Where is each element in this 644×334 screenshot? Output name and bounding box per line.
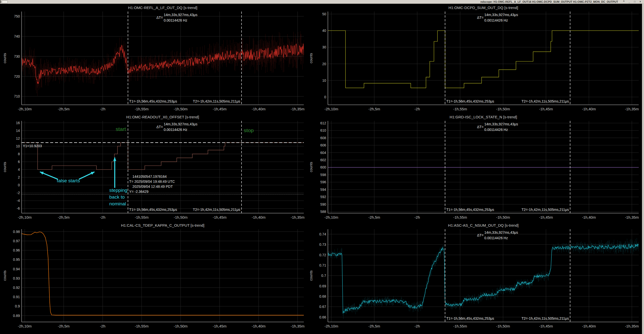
y-tick-label: 14	[16, 129, 20, 133]
t1-cursor-label: T1=-1h,56m,45s,432ms,253μs	[446, 99, 494, 103]
y-tick-label: -6	[17, 206, 20, 210]
x-tick-label: -1h,40m	[582, 215, 596, 219]
y-tick-label: 0.93	[13, 276, 20, 280]
window-titlebar[interactable]: ndscope: H1:OMC-REFL_A_LF_OUT16 H1:OMC-D…	[0, 0, 644, 4]
y-tick-label: 0.74	[319, 232, 326, 236]
y1-cursor-label: Y1=10.9203	[23, 144, 42, 148]
y-tick-label: 598	[320, 173, 326, 177]
x-tick-label: -2h,10m	[18, 215, 32, 219]
x-tick-label: -2h,5m	[58, 215, 70, 219]
y-tick-label: 604	[320, 151, 326, 155]
stepping-label-line: nominal	[109, 201, 126, 206]
shade-button[interactable]: ^	[623, 0, 625, 3]
plot-panel-cal-kappa-c: 0.980.970.960.950.940.930.920.910.90.89-…	[2, 222, 306, 331]
y-tick-label: 0	[324, 95, 326, 99]
y-tick-label: 602	[320, 158, 326, 162]
plot-area-omc-readout-offset[interactable]	[22, 121, 304, 213]
plot-area-grd-isc-lock-state[interactable]	[328, 121, 639, 213]
x-tick-label: -2h,5m	[368, 107, 380, 111]
x-tick-label: -1h,55m	[135, 324, 149, 328]
plot-panel-omc-readout-offset: 1614121086420-2-4-6-2h,10m-2h,5m-2h-1h,5…	[2, 114, 306, 222]
plot-title: H1:GRD-ISC_LOCK_STATE_N [s-trend]	[450, 115, 517, 119]
t2-cursor-label: T2=-1h,42m,11s,505ms,211μs	[521, 99, 569, 103]
y-tick-label: 592	[320, 195, 326, 199]
y-tick-label: 0.89	[13, 314, 20, 318]
y-tick-label: 740	[14, 34, 20, 38]
window-title: ndscope: H1:OMC-REFL_A_LF_OUT16 H1:OMC-D…	[480, 0, 618, 4]
x-tick-label: -2h,10m	[18, 107, 32, 111]
y-tick-label: 0.73	[319, 242, 326, 246]
x-tick-label: -1h,55m	[135, 215, 149, 219]
y-tick-label: 10	[322, 78, 326, 82]
x-tick-label: -1h,35m	[291, 324, 305, 328]
plot-panel-grd-isc-lock-state: 612610608606604602600598596594592590588-…	[308, 114, 641, 222]
x-tick-label: -1h,35m	[625, 324, 639, 328]
x-tick-label: -1h,35m	[291, 107, 305, 111]
delta-t-prefix: ΔT=	[477, 16, 484, 20]
x-tick-label: -1h,45m	[539, 324, 553, 328]
y-tick-label: 0.9	[15, 304, 20, 308]
y-axis-label: counts	[3, 162, 7, 172]
x-tick-label: -1h,45m	[213, 324, 226, 328]
delta-t-time: 14m,33s,927ms,43μs	[164, 122, 197, 126]
x-tick-label: -1h,50m	[496, 107, 510, 111]
delta-t-freq: 0.00114426 Hz	[164, 128, 187, 132]
false-starts-label: false starts	[57, 178, 80, 183]
y-tick-label: 608	[320, 136, 326, 140]
y-tick-label: 710	[14, 94, 20, 98]
stop-label: stop	[244, 127, 254, 133]
plot-area-cal-kappa-c[interactable]	[22, 229, 304, 322]
window-right-border	[642, 4, 644, 334]
window-corner-mark	[0, 0, 1, 3]
close-button[interactable]: ×	[639, 0, 641, 3]
delta-t-freq: 0.00114426 Hz	[484, 128, 508, 132]
x-tick-label: -2h	[415, 107, 420, 111]
y-tick-label: 600	[320, 165, 326, 169]
stepping-label-line: back to	[109, 194, 125, 200]
x-tick-label: -2h	[100, 107, 105, 111]
y-tick-label: 20	[322, 62, 326, 66]
x-tick-label: -1h,45m	[539, 107, 553, 111]
x-tick-label: -1h,40m	[582, 107, 596, 111]
y-axis-label: counts	[309, 162, 313, 172]
delta-t-time: 14m,33s,927ms,43μs	[484, 122, 518, 126]
t2-cursor-label: T2=-1h,42m,11s,505ms,211μs	[193, 99, 240, 103]
x-tick-label: -1h,50m	[496, 324, 510, 328]
x-tick-label: -1h,35m	[625, 107, 639, 111]
y-tick-label: -4	[17, 199, 20, 203]
window-buttons: ^ _ □ ×	[618, 0, 644, 3]
crosshair-readout-line: T= 2025/09/04 19:48:49 UTC	[129, 180, 175, 184]
x-tick-label: -2h,5m	[58, 107, 70, 111]
x-tick-label: -2h	[100, 215, 105, 219]
app-icon[interactable]	[2, 1, 8, 3]
y-tick-label: 30	[322, 45, 326, 49]
y-tick-label: 0.66	[319, 315, 326, 319]
y-tick-label: 10	[16, 144, 20, 148]
y-tick-label: 0.92	[13, 286, 20, 290]
x-tick-label: -1h,35m	[291, 215, 305, 219]
y-tick-label: 0.68	[319, 294, 326, 298]
delta-t-freq: 0.00114426 Hz	[484, 236, 508, 240]
t1-cursor-label: T1=-1h,56m,45s,432ms,253μs	[129, 208, 177, 212]
x-tick-label: -1h,50m	[174, 107, 188, 111]
t2-cursor-label: T2=-1h,42m,11s,505ms,211μs	[193, 208, 240, 212]
maximize-button[interactable]: □	[634, 0, 635, 3]
x-tick-label: -2h	[415, 324, 420, 328]
plot-area-omc-dcpd-sum[interactable]	[328, 12, 639, 105]
plot-area-asc-as-c-nsum[interactable]	[328, 229, 639, 322]
x-tick-label: -1h,45m	[213, 107, 226, 111]
x-tick-label: -2h,5m	[368, 324, 380, 328]
minimize-button[interactable]: _	[629, 0, 630, 3]
y-tick-label: 596	[320, 180, 326, 184]
y-tick-label: 2	[18, 175, 20, 179]
x-tick-label: -2h,10m	[18, 324, 32, 328]
x-tick-label: -1h,45m	[213, 215, 226, 219]
t1-cursor-label: T1=-1h,56m,45s,432ms,253μs	[446, 316, 494, 320]
x-tick-label: -1h,40m	[252, 215, 265, 219]
delta-t-prefix: ΔT=	[156, 125, 163, 129]
y-tick-label: 0.69	[319, 284, 326, 288]
plot-title: H1:OMC-REFL_A_LF_OUT_DQ [s-trend]	[128, 6, 197, 10]
plot-panel-asc-as-c-nsum: 0.740.730.720.710.70.690.680.670.66-2h,1…	[308, 222, 641, 331]
x-tick-label: -1h,40m	[252, 324, 265, 328]
x-tick-label: -2h,5m	[368, 215, 380, 219]
